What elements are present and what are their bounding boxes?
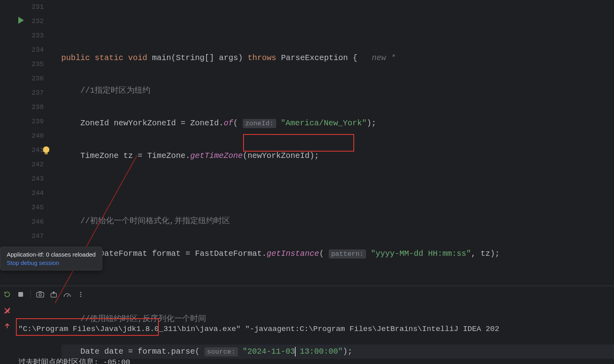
gutter-line: 245 <box>0 200 44 215</box>
console-up-icon[interactable] <box>0 318 14 333</box>
svg-point-6 <box>80 296 82 297</box>
param-hint-pattern: pattern: <box>329 249 366 259</box>
svg-rect-0 <box>18 292 23 297</box>
code-line <box>61 18 614 33</box>
gutter-line: 241 <box>0 143 44 158</box>
notification-popup[interactable]: Application-itf: 0 classes reloaded Stop… <box>0 247 102 271</box>
code-line: TimeZone tz = TimeZone.getTimeZone(newYo… <box>61 149 614 163</box>
console-output[interactable]: "C:\Program Files\Java\jdk1.8.0_311\bin\… <box>14 303 614 364</box>
editor-area: 231 232 233 234 235 236 237 238 239 240 … <box>0 0 614 247</box>
gutter-line: 235 <box>0 57 44 72</box>
toolbar-divider <box>0 286 614 286</box>
gutter-line: 239 <box>0 115 44 129</box>
console-line: 过去时间点的时区信息: -05:00 <box>18 355 614 364</box>
gutter-line: 242 <box>0 158 44 172</box>
stop-icon[interactable] <box>17 290 25 298</box>
gutter-line: 237 <box>0 86 44 100</box>
code-line <box>61 181 614 196</box>
stop-debug-session-link[interactable]: Stop debug session <box>7 259 96 266</box>
gutter-line: 234 <box>0 43 44 57</box>
intention-bulb-icon[interactable] <box>43 146 49 153</box>
gutter-line: 244 <box>0 186 44 200</box>
code-area[interactable]: public static void main(String[] args) t… <box>56 0 614 247</box>
console-panel: "C:\Program Files\Java\jdk1.8.0_311\bin\… <box>0 303 614 364</box>
line-number-gutter: 231 232 233 234 235 236 237 238 239 240 … <box>0 0 56 247</box>
rerun-icon[interactable] <box>3 290 11 298</box>
run-gutter-icon[interactable] <box>18 17 24 24</box>
camera-icon[interactable] <box>36 290 44 298</box>
svg-point-2 <box>39 294 41 296</box>
gutter-line: 231 <box>0 0 44 14</box>
code-line: FastDateFormat format = FastDateFormat.g… <box>61 247 614 261</box>
inlay-hint-new[interactable]: new * <box>372 53 396 62</box>
console-line: "C:\Program Files\Java\jdk1.8.0_311\bin\… <box>18 321 614 337</box>
code-line: public static void main(String[] args) t… <box>61 51 614 65</box>
param-hint-zoneid: zoneId: <box>243 119 276 128</box>
code-line: //初始化一个时间格式化,并指定纽约时区 <box>61 214 614 228</box>
gutter-line: 236 <box>0 72 44 86</box>
svg-rect-1 <box>37 292 44 297</box>
gutter-line: 238 <box>0 100 44 115</box>
toolbar-separator <box>30 290 31 299</box>
console-gutter <box>0 303 14 364</box>
code-line: ZoneId newYorkZoneId = ZoneId.of( zoneId… <box>61 116 614 130</box>
debug-toolbar <box>0 286 614 302</box>
gutter-line: 247 <box>0 229 44 243</box>
gauge-icon[interactable] <box>63 290 71 298</box>
export-icon[interactable] <box>50 290 58 298</box>
gutter-line: 233 <box>0 29 44 43</box>
code-line: //1指定时区为纽约 <box>61 84 614 98</box>
gutter-line: 243 <box>0 172 44 186</box>
notification-title: Application-itf: 0 classes reloaded <box>7 251 96 258</box>
svg-point-5 <box>80 294 82 295</box>
console-exit-icon[interactable] <box>0 303 14 318</box>
gutter-line: 240 <box>0 129 44 143</box>
svg-point-4 <box>80 292 82 293</box>
gutter-line: 246 <box>0 215 44 229</box>
gutter-line: 232 <box>0 14 44 29</box>
more-icon[interactable] <box>77 290 85 298</box>
